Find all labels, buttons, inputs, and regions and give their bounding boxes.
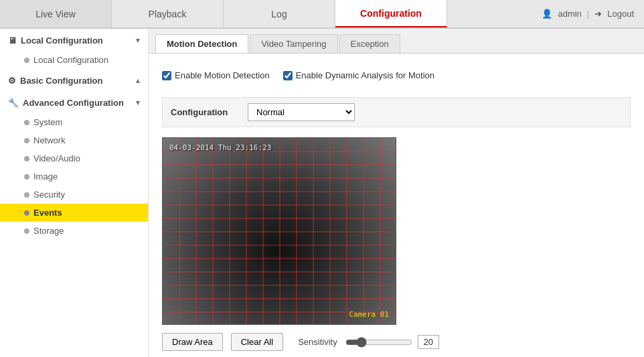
sidebar-item-storage[interactable]: Storage [0,222,148,240]
enable-motion-checkbox[interactable] [162,71,171,80]
sidebar-item-security[interactable]: Security [0,186,148,204]
tab-live-view[interactable]: Live View [0,0,112,27]
sensitivity-label: Sensitivity [298,337,337,347]
sidebar-item-network[interactable]: Network [0,131,148,149]
timestamp-label: 04-03-2014 Thu 23:16:23 [169,143,271,152]
tab-motion-detection[interactable]: Motion Detection [155,34,248,53]
dot-icon [24,174,29,180]
dot-icon [24,192,29,198]
dot-icon [24,138,29,143]
chevron-down-icon: ▾ [136,36,140,45]
enable-dynamic-label[interactable]: Enable Dynamic Analysis for Motion [283,70,434,80]
config-label: Configuration [171,107,238,117]
logout-link[interactable]: Logout [607,9,634,19]
bottom-controls: Draw Area Clear All Sensitivity 20 [162,333,631,351]
sidebar-section-basic-config[interactable]: ⚙ Basic Configuration ▴ [0,69,148,91]
tab-log[interactable]: Log [224,0,335,27]
tab-video-tampering[interactable]: Video Tampering [250,34,337,53]
enable-dynamic-checkbox[interactable] [283,71,293,80]
username-label: admin [558,9,581,19]
basic-config-section-label: Basic Configuration [20,76,103,86]
sidebar-item-video-audio[interactable]: Video/Audio [0,149,148,167]
camera-label: Camera 01 [349,310,389,319]
camera-feed: 04-03-2014 Thu 23:16:23 Camera 01 [163,138,396,324]
top-navigation: Live View Playback Log Configuration 👤 a… [0,0,644,29]
advanced-config-section-label: Advanced Configuration [23,98,124,108]
separator: | [587,9,589,19]
tab-exception[interactable]: Exception [339,34,400,53]
configuration-row: Configuration Normal Expert [162,97,631,127]
sensitivity-slider[interactable] [345,337,412,348]
basic-config-icon: ⚙ [8,76,16,86]
sidebar-item-system[interactable]: System [0,113,148,131]
motion-grid-overlay [163,138,396,324]
sidebar-item-events[interactable]: Events [0,204,148,222]
chevron-down-icon-adv: ▾ [136,98,140,107]
main-layout: 🖥 Local Configuration ▾ Local Configurat… [0,29,644,357]
enable-motion-label[interactable]: Enable Motion Detection [162,70,270,80]
logout-icon: ➜ [594,9,602,19]
tab-configuration[interactable]: Configuration [335,0,447,27]
dot-icon [24,228,29,234]
sidebar-item-local-configuration[interactable]: Local Configuration [0,51,148,69]
content-body: Enable Motion Detection Enable Dynamic A… [149,54,644,357]
chevron-up-icon: ▴ [136,76,140,85]
dot-icon-active [24,210,29,216]
configuration-select[interactable]: Normal Expert [248,103,355,121]
sensitivity-value: 20 [418,335,439,349]
draw-area-button[interactable]: Draw Area [162,333,223,351]
checkbox-row: Enable Motion Detection Enable Dynamic A… [162,64,631,87]
local-config-section-label: Local Configuration [21,35,103,46]
user-icon: 👤 [542,9,552,19]
dot-icon [24,120,29,125]
clear-all-button[interactable]: Clear All [231,333,283,351]
dot-icon [24,58,29,63]
tab-playback[interactable]: Playback [112,0,224,27]
sidebar-section-advanced-config[interactable]: 🔧 Advanced Configuration ▾ [0,91,148,113]
content-area: Motion Detection Video Tampering Excepti… [149,29,644,357]
nav-user-area: 👤 admin | ➜ Logout [532,0,644,27]
content-tab-bar: Motion Detection Video Tampering Excepti… [149,29,644,54]
sidebar-section-local-config[interactable]: 🖥 Local Configuration ▾ [0,29,148,51]
sidebar: 🖥 Local Configuration ▾ Local Configurat… [0,29,149,357]
local-config-icon: 🖥 [8,35,17,46]
video-container: 04-03-2014 Thu 23:16:23 Camera 01 [162,137,396,325]
sensitivity-slider-container: 20 [345,335,439,349]
dot-icon [24,156,29,161]
sidebar-item-image[interactable]: Image [0,167,148,186]
advanced-config-icon: 🔧 [8,98,19,108]
